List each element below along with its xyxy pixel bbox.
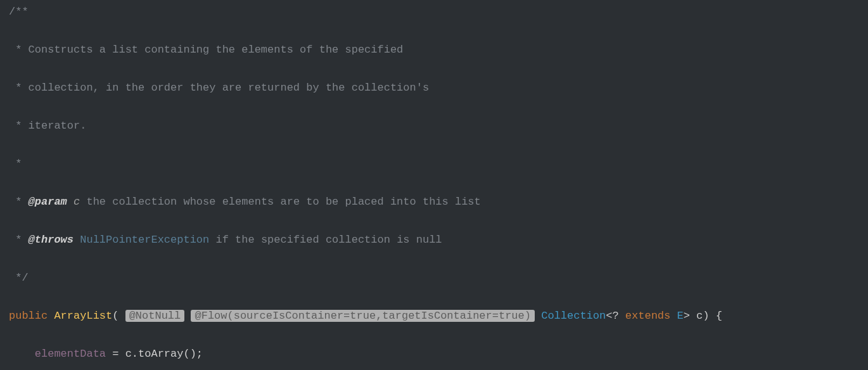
call-toarray: toArray: [138, 348, 183, 360]
doc-text: * Constructs a list containing the eleme…: [9, 44, 403, 56]
doc-star: *: [9, 196, 29, 208]
doc-throws-type: NullPointerException: [80, 234, 209, 246]
doc-line: * Constructs a list containing the eleme…: [9, 41, 868, 60]
code-line: public ArrayList( @NotNull @Flow(sourceI…: [9, 307, 868, 326]
doc-line: * @throws NullPointerException if the sp…: [9, 231, 868, 250]
doc-blank: *: [9, 158, 22, 170]
code-editor[interactable]: /** * Constructs a list containing the e…: [9, 3, 868, 370]
param-c: c: [696, 310, 703, 322]
doc-text: * iterator.: [9, 120, 86, 132]
doc-line: * collection, in the order they are retu…: [9, 79, 868, 98]
doc-text: * collection, in the order they are retu…: [9, 82, 429, 94]
keyword-public: public: [9, 310, 48, 322]
annotation-flow: @Flow(sourceIsContainer=true,targetIsCon…: [191, 310, 535, 322]
var-c: c: [125, 348, 132, 360]
generic-open: <?: [606, 310, 618, 322]
doc-line: * @param c the collection whose elements…: [9, 193, 868, 212]
field-elementdata: elementData: [35, 348, 106, 360]
doc-line: * iterator.: [9, 117, 868, 136]
doc-throws-desc: if the specified collection is null: [215, 234, 442, 246]
doc-close: */: [9, 272, 29, 284]
doc-param-name: c: [73, 196, 80, 208]
code-line: elementData = c.toArray();: [9, 345, 868, 364]
type-collection: Collection: [541, 310, 606, 322]
doc-line: */: [9, 269, 868, 288]
doc-star: *: [9, 234, 29, 246]
doc-throws-tag: @throws: [29, 234, 73, 246]
doc-line: /**: [9, 3, 868, 22]
type-e: E: [677, 310, 683, 322]
doc-open: /**: [9, 6, 29, 18]
ctor-name: ArrayList: [54, 310, 112, 322]
doc-line: *: [9, 155, 868, 174]
doc-param-tag: @param: [29, 196, 67, 208]
doc-param-desc: the collection whose elements are to be …: [86, 196, 480, 208]
annotation-notnull: @NotNull: [125, 310, 185, 322]
keyword-extends: extends: [625, 310, 670, 322]
